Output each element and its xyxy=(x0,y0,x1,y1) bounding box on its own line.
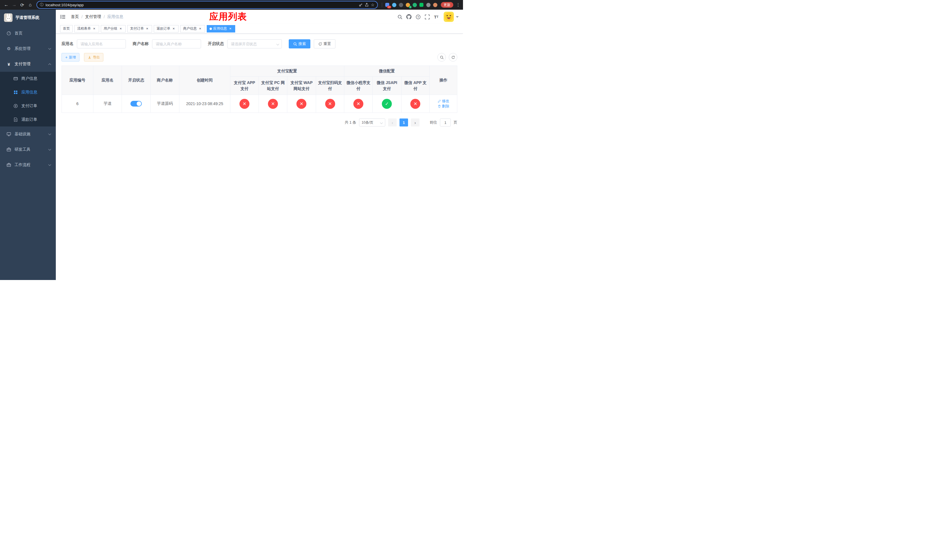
extension-dark-icon[interactable] xyxy=(398,2,404,8)
export-button-label: 导出 xyxy=(93,55,100,60)
table-toolbar: + 新增 导出 xyxy=(62,53,457,62)
github-icon[interactable] xyxy=(404,12,413,22)
tab-close-icon[interactable]: ✕ xyxy=(145,27,149,31)
tab-close-icon[interactable]: ✕ xyxy=(198,27,202,31)
goto-label: 前往 xyxy=(430,120,437,125)
tab-app-info[interactable]: 应用信息 ✕ xyxy=(207,25,235,32)
extension-drop-icon[interactable] xyxy=(391,2,397,8)
active-dot xyxy=(210,28,212,30)
extension-pin-icon[interactable] xyxy=(425,2,431,8)
page-content: 应用名 商户名称 开启状态 搜索 重置 xyxy=(56,33,463,280)
search-button[interactable]: 搜索 xyxy=(289,39,310,48)
sidebar-item-label: 支付订单 xyxy=(21,103,51,109)
sidebar-item-pay-order[interactable]: 支付订单 xyxy=(0,99,56,113)
page-size-select[interactable]: 10条/页 xyxy=(359,118,385,127)
app-name-input[interactable] xyxy=(77,39,126,48)
app-shell: 芋道管理系统 首页 ⚙ 系统管理 ¥ 支付管理 xyxy=(0,10,463,280)
sidebar-item-payment[interactable]: ¥ 支付管理 xyxy=(0,56,56,72)
tab-user-group[interactable]: 用户分组 ✕ xyxy=(101,25,126,32)
enabled-toggle[interactable] xyxy=(130,101,142,106)
browser-home-button[interactable]: ⌂ xyxy=(26,1,34,9)
extension-wechat-devtools-icon[interactable] xyxy=(418,2,425,8)
site-info-icon[interactable]: ⓘ xyxy=(40,2,44,8)
edit-link-label: 修改 xyxy=(442,98,449,104)
cell-alipay-qr: ✕ xyxy=(316,95,344,113)
page-size-value: 10条/页 xyxy=(362,120,373,125)
goto-page-input[interactable] xyxy=(440,118,451,127)
breadcrumb-current: 应用信息 xyxy=(107,14,123,20)
add-button[interactable]: + 新增 xyxy=(62,53,79,62)
edit-link[interactable]: 修改 xyxy=(438,98,449,104)
infrastructure-icon xyxy=(6,132,11,136)
sidebar-item-merchant-info[interactable]: 商户信息 xyxy=(0,72,56,85)
browser-back-button[interactable]: ← xyxy=(2,1,10,9)
sidebar-item-infrastructure[interactable]: 基础设施 xyxy=(0,127,56,142)
navbar-right: ? TT xyxy=(395,12,459,22)
tab-close-icon[interactable]: ✕ xyxy=(119,27,123,31)
app-title: 芋道管理系统 xyxy=(15,15,39,20)
breadcrumb-separator: / xyxy=(82,15,83,19)
toolbar-right xyxy=(437,53,457,62)
sidebar-item-workflow[interactable]: 工作流程 xyxy=(0,157,56,173)
extension-green-circle-icon[interactable] xyxy=(412,2,418,8)
col-header-alipay-app: 支付宝 APP 支付 xyxy=(230,77,259,95)
sidebar-toggle-icon[interactable] xyxy=(60,14,67,20)
sidebar-item-label: 首页 xyxy=(15,31,51,36)
page-1-button[interactable]: 1 xyxy=(399,118,408,127)
fullscreen-icon[interactable] xyxy=(422,12,432,22)
tab-pay-order[interactable]: 支付订单 ✕ xyxy=(127,25,152,32)
chevron-down-icon xyxy=(48,132,51,135)
font-size-icon[interactable]: TT xyxy=(432,12,441,22)
tab-refund-order[interactable]: 退款订单 ✕ xyxy=(154,25,179,32)
sidebar-logo[interactable]: 芋道管理系统 xyxy=(0,10,56,26)
cell-actions: 修改 删除 xyxy=(430,95,457,113)
sidebar: 芋道管理系统 首页 ⚙ 系统管理 ¥ 支付管理 xyxy=(0,10,56,280)
col-header-wx-app: 微信 APP 支付 xyxy=(401,77,430,95)
tab-close-icon[interactable]: ✕ xyxy=(92,27,96,31)
navbar: 首页 / 支付管理 / 应用信息 应用列表 ? xyxy=(56,10,463,24)
extension-face-icon[interactable] xyxy=(432,2,438,8)
merchant-name-input[interactable] xyxy=(152,39,201,48)
bookmark-star-icon[interactable]: ☆ xyxy=(371,3,374,7)
browser-reload-button[interactable]: ⟳ xyxy=(18,1,26,9)
payment-submenu: 商户信息 应用信息 支付订单 xyxy=(0,72,56,127)
tab-close-icon[interactable]: ✕ xyxy=(172,27,176,31)
tab-close-icon[interactable]: ✕ xyxy=(228,27,232,31)
header-search-icon[interactable] xyxy=(395,12,404,22)
col-header-app-id: 应用编号 xyxy=(62,66,94,95)
status-select-input[interactable] xyxy=(227,39,282,48)
table-row: 6 芋道 芋道源码 2021-10-23 08:49:25 ✕ ✕ ✕ ✕ ✕ … xyxy=(62,95,457,113)
next-page-button[interactable]: › xyxy=(411,118,419,127)
share-icon[interactable] xyxy=(365,3,369,7)
sidebar-item-label: 应用信息 xyxy=(21,90,51,95)
password-key-icon[interactable] xyxy=(359,3,363,7)
cell-created: 2021-10-23 08:49:25 xyxy=(179,95,230,113)
sidebar-item-dev-tools[interactable]: 研发工具 xyxy=(0,142,56,157)
browser-forward-button[interactable]: → xyxy=(10,1,18,9)
export-button[interactable]: 导出 xyxy=(84,53,103,62)
address-bar[interactable]: ⓘ localhost:1024/pay/app ☆ xyxy=(36,1,378,9)
status-select[interactable] xyxy=(227,39,282,48)
reset-button[interactable]: 重置 xyxy=(314,39,336,48)
breadcrumb-home[interactable]: 首页 xyxy=(71,14,79,20)
refresh-table-button[interactable] xyxy=(449,53,457,62)
help-icon[interactable]: ? xyxy=(413,12,422,22)
toggle-search-button[interactable] xyxy=(437,53,446,62)
sidebar-item-system[interactable]: ⚙ 系统管理 xyxy=(0,41,56,56)
sidebar-item-app-info[interactable]: 应用信息 xyxy=(0,85,56,99)
extension-avatar-icon[interactable]: 1 xyxy=(405,2,411,8)
prev-page-button[interactable]: ‹ xyxy=(388,118,396,127)
breadcrumb-separator: / xyxy=(104,15,105,19)
browser-menu-icon[interactable]: ⋮ xyxy=(455,2,461,8)
delete-link[interactable]: 删除 xyxy=(438,104,449,109)
dashboard-icon xyxy=(6,31,11,36)
browser-update-button[interactable]: 更新 xyxy=(441,2,453,8)
tab-process-form[interactable]: 流程表单 ✕ xyxy=(74,25,99,32)
tab-home[interactable]: 首页 xyxy=(60,25,73,32)
sidebar-item-refund-order[interactable]: 退款订单 xyxy=(0,113,56,127)
tab-label: 用户分组 xyxy=(104,26,117,31)
user-menu[interactable] xyxy=(443,12,459,22)
sidebar-item-home[interactable]: 首页 xyxy=(0,26,56,41)
extension-grid-icon[interactable]: 10 xyxy=(384,2,390,8)
tab-merchant-info[interactable]: 商户信息 ✕ xyxy=(180,25,205,32)
